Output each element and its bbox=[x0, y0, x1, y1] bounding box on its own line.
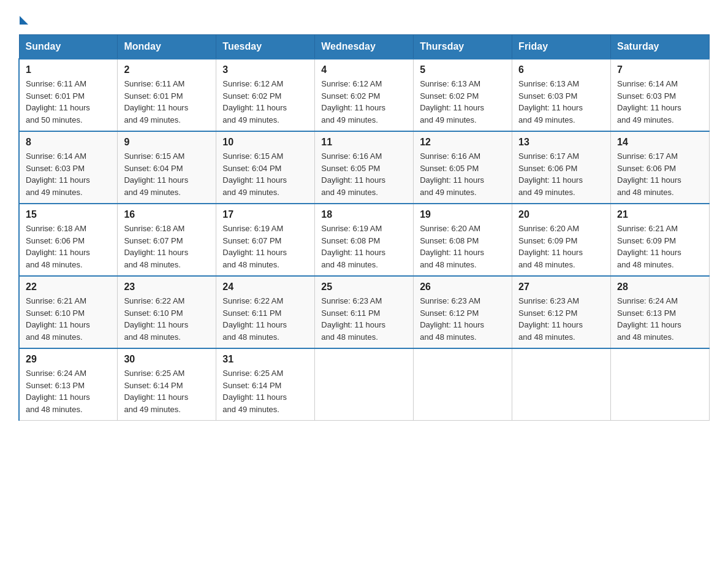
weekday-header-tuesday: Tuesday bbox=[216, 35, 315, 59]
day-info: Sunrise: 6:11 AM Sunset: 6:01 PM Dayligh… bbox=[124, 78, 210, 126]
day-number: 29 bbox=[26, 354, 111, 365]
day-number: 9 bbox=[124, 137, 210, 148]
calendar-cell: 20Sunrise: 6:20 AM Sunset: 6:09 PM Dayli… bbox=[512, 204, 611, 276]
calendar-cell: 9Sunrise: 6:15 AM Sunset: 6:04 PM Daylig… bbox=[118, 131, 216, 204]
day-info: Sunrise: 6:12 AM Sunset: 6:02 PM Dayligh… bbox=[321, 78, 407, 126]
calendar-cell: 1Sunrise: 6:11 AM Sunset: 6:01 PM Daylig… bbox=[19, 59, 118, 131]
weekday-header-wednesday: Wednesday bbox=[315, 35, 414, 59]
calendar-cell: 5Sunrise: 6:13 AM Sunset: 6:02 PM Daylig… bbox=[414, 59, 512, 131]
calendar-week-row: 15Sunrise: 6:18 AM Sunset: 6:06 PM Dayli… bbox=[19, 204, 710, 276]
day-info: Sunrise: 6:16 AM Sunset: 6:05 PM Dayligh… bbox=[321, 150, 407, 198]
calendar-cell: 29Sunrise: 6:24 AM Sunset: 6:13 PM Dayli… bbox=[19, 348, 118, 421]
calendar-cell: 24Sunrise: 6:22 AM Sunset: 6:11 PM Dayli… bbox=[216, 276, 315, 348]
day-number: 13 bbox=[518, 137, 604, 148]
day-number: 22 bbox=[26, 282, 111, 293]
day-number: 4 bbox=[321, 64, 407, 75]
calendar-cell: 23Sunrise: 6:22 AM Sunset: 6:10 PM Dayli… bbox=[118, 276, 216, 348]
day-info: Sunrise: 6:13 AM Sunset: 6:03 PM Dayligh… bbox=[518, 78, 604, 126]
day-info: Sunrise: 6:24 AM Sunset: 6:13 PM Dayligh… bbox=[26, 367, 111, 415]
logo bbox=[18, 12, 28, 23]
day-info: Sunrise: 6:13 AM Sunset: 6:02 PM Dayligh… bbox=[420, 78, 506, 126]
day-number: 11 bbox=[321, 137, 407, 148]
day-number: 5 bbox=[420, 64, 506, 75]
day-number: 8 bbox=[26, 137, 111, 148]
day-info: Sunrise: 6:19 AM Sunset: 6:07 PM Dayligh… bbox=[222, 223, 308, 270]
day-number: 18 bbox=[321, 209, 407, 220]
day-number: 6 bbox=[518, 64, 604, 75]
calendar-cell: 22Sunrise: 6:21 AM Sunset: 6:10 PM Dayli… bbox=[19, 276, 118, 348]
calendar-table: SundayMondayTuesdayWednesdayThursdayFrid… bbox=[18, 34, 710, 421]
day-info: Sunrise: 6:25 AM Sunset: 6:14 PM Dayligh… bbox=[124, 367, 210, 415]
day-number: 21 bbox=[617, 209, 703, 220]
day-info: Sunrise: 6:25 AM Sunset: 6:14 PM Dayligh… bbox=[222, 367, 308, 415]
calendar-cell: 19Sunrise: 6:20 AM Sunset: 6:08 PM Dayli… bbox=[414, 204, 512, 276]
day-info: Sunrise: 6:20 AM Sunset: 6:08 PM Dayligh… bbox=[420, 223, 506, 270]
calendar-week-row: 29Sunrise: 6:24 AM Sunset: 6:13 PM Dayli… bbox=[19, 348, 710, 421]
calendar-cell: 2Sunrise: 6:11 AM Sunset: 6:01 PM Daylig… bbox=[118, 59, 216, 131]
day-info: Sunrise: 6:14 AM Sunset: 6:03 PM Dayligh… bbox=[617, 78, 703, 126]
page-header bbox=[18, 12, 710, 23]
calendar-week-row: 1Sunrise: 6:11 AM Sunset: 6:01 PM Daylig… bbox=[19, 59, 710, 131]
day-number: 3 bbox=[222, 64, 308, 75]
day-number: 10 bbox=[222, 137, 308, 148]
day-info: Sunrise: 6:23 AM Sunset: 6:12 PM Dayligh… bbox=[518, 295, 604, 343]
day-number: 15 bbox=[26, 209, 111, 220]
day-number: 28 bbox=[617, 282, 703, 293]
calendar-cell: 31Sunrise: 6:25 AM Sunset: 6:14 PM Dayli… bbox=[216, 348, 315, 421]
weekday-header-monday: Monday bbox=[118, 35, 216, 59]
calendar-week-row: 22Sunrise: 6:21 AM Sunset: 6:10 PM Dayli… bbox=[19, 276, 710, 348]
calendar-cell: 15Sunrise: 6:18 AM Sunset: 6:06 PM Dayli… bbox=[19, 204, 118, 276]
weekday-header-friday: Friday bbox=[512, 35, 611, 59]
calendar-cell bbox=[414, 348, 512, 421]
day-info: Sunrise: 6:24 AM Sunset: 6:13 PM Dayligh… bbox=[617, 295, 703, 343]
day-number: 1 bbox=[26, 64, 111, 75]
day-number: 17 bbox=[222, 209, 308, 220]
day-number: 2 bbox=[124, 64, 210, 75]
day-number: 20 bbox=[518, 209, 604, 220]
calendar-cell: 18Sunrise: 6:19 AM Sunset: 6:08 PM Dayli… bbox=[315, 204, 414, 276]
day-info: Sunrise: 6:23 AM Sunset: 6:11 PM Dayligh… bbox=[321, 295, 407, 343]
calendar-cell: 16Sunrise: 6:18 AM Sunset: 6:07 PM Dayli… bbox=[118, 204, 216, 276]
calendar-cell: 8Sunrise: 6:14 AM Sunset: 6:03 PM Daylig… bbox=[19, 131, 118, 204]
weekday-header-sunday: Sunday bbox=[19, 35, 118, 59]
calendar-cell: 17Sunrise: 6:19 AM Sunset: 6:07 PM Dayli… bbox=[216, 204, 315, 276]
day-info: Sunrise: 6:16 AM Sunset: 6:05 PM Dayligh… bbox=[420, 150, 506, 198]
calendar-cell: 4Sunrise: 6:12 AM Sunset: 6:02 PM Daylig… bbox=[315, 59, 414, 131]
day-info: Sunrise: 6:20 AM Sunset: 6:09 PM Dayligh… bbox=[518, 223, 604, 270]
calendar-cell: 25Sunrise: 6:23 AM Sunset: 6:11 PM Dayli… bbox=[315, 276, 414, 348]
day-info: Sunrise: 6:21 AM Sunset: 6:10 PM Dayligh… bbox=[26, 295, 111, 343]
calendar-cell: 3Sunrise: 6:12 AM Sunset: 6:02 PM Daylig… bbox=[216, 59, 315, 131]
day-info: Sunrise: 6:19 AM Sunset: 6:08 PM Dayligh… bbox=[321, 223, 407, 270]
day-info: Sunrise: 6:18 AM Sunset: 6:06 PM Dayligh… bbox=[26, 223, 111, 270]
day-number: 19 bbox=[420, 209, 506, 220]
calendar-cell: 30Sunrise: 6:25 AM Sunset: 6:14 PM Dayli… bbox=[118, 348, 216, 421]
day-info: Sunrise: 6:15 AM Sunset: 6:04 PM Dayligh… bbox=[222, 150, 308, 198]
weekday-header-saturday: Saturday bbox=[611, 35, 710, 59]
calendar-cell bbox=[512, 348, 611, 421]
day-number: 14 bbox=[617, 137, 703, 148]
calendar-cell: 28Sunrise: 6:24 AM Sunset: 6:13 PM Dayli… bbox=[611, 276, 710, 348]
day-info: Sunrise: 6:17 AM Sunset: 6:06 PM Dayligh… bbox=[518, 150, 604, 198]
logo-triangle-icon bbox=[20, 16, 28, 25]
day-number: 31 bbox=[222, 354, 308, 365]
weekday-header-thursday: Thursday bbox=[414, 35, 512, 59]
day-info: Sunrise: 6:17 AM Sunset: 6:06 PM Dayligh… bbox=[617, 150, 703, 198]
day-number: 16 bbox=[124, 209, 210, 220]
day-number: 25 bbox=[321, 282, 407, 293]
day-number: 12 bbox=[420, 137, 506, 148]
calendar-header-row: SundayMondayTuesdayWednesdayThursdayFrid… bbox=[19, 35, 710, 59]
day-number: 30 bbox=[124, 354, 210, 365]
calendar-cell bbox=[315, 348, 414, 421]
day-info: Sunrise: 6:12 AM Sunset: 6:02 PM Dayligh… bbox=[222, 78, 308, 126]
day-info: Sunrise: 6:21 AM Sunset: 6:09 PM Dayligh… bbox=[617, 223, 703, 270]
calendar-cell: 11Sunrise: 6:16 AM Sunset: 6:05 PM Dayli… bbox=[315, 131, 414, 204]
calendar-cell: 7Sunrise: 6:14 AM Sunset: 6:03 PM Daylig… bbox=[611, 59, 710, 131]
day-info: Sunrise: 6:22 AM Sunset: 6:10 PM Dayligh… bbox=[124, 295, 210, 343]
calendar-cell: 26Sunrise: 6:23 AM Sunset: 6:12 PM Dayli… bbox=[414, 276, 512, 348]
day-number: 24 bbox=[222, 282, 308, 293]
day-number: 7 bbox=[617, 64, 703, 75]
day-number: 27 bbox=[518, 282, 604, 293]
calendar-cell: 13Sunrise: 6:17 AM Sunset: 6:06 PM Dayli… bbox=[512, 131, 611, 204]
day-info: Sunrise: 6:15 AM Sunset: 6:04 PM Dayligh… bbox=[124, 150, 210, 198]
calendar-cell bbox=[611, 348, 710, 421]
